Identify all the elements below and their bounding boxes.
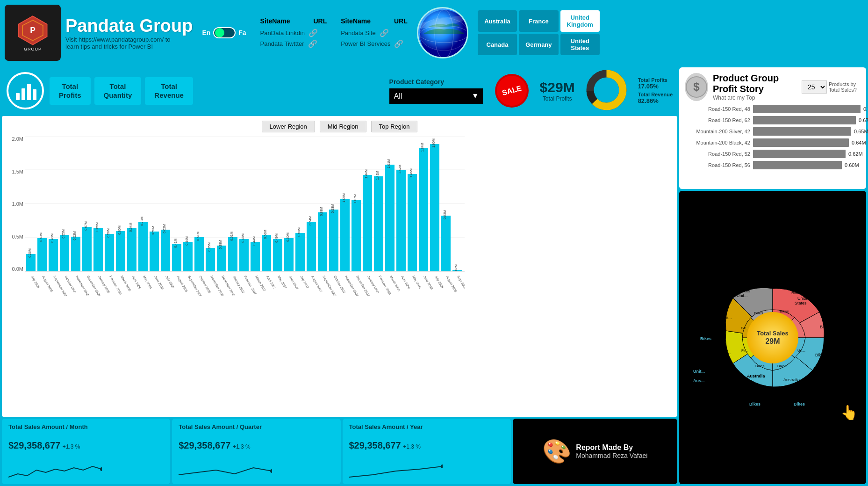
- country-australia[interactable]: Australia: [478, 10, 517, 32]
- country-united-states[interactable]: UnitedStates: [560, 34, 600, 55]
- svg-text:0.73M: 0.73M: [140, 217, 143, 226]
- svg-text:May 2008: May 2008: [411, 275, 422, 290]
- lang-en-label: En: [202, 29, 210, 36]
- svg-text:0.48M: 0.48M: [241, 233, 244, 243]
- bottom-stats: Total Sales Amount / Month $29,358,677 +…: [2, 419, 677, 484]
- kpi-btn-total-revenue[interactable]: TotalRevenue: [145, 77, 193, 105]
- stat-card-quarter: Total Sales Amount / Quarter $29,358,677…: [172, 419, 340, 484]
- svg-text:0.49M: 0.49M: [275, 233, 278, 243]
- countries-grid: Australia France UnitedKingdom Canada Ge…: [478, 10, 600, 55]
- region-btn-lower[interactable]: Lower Region: [262, 121, 315, 132]
- svg-text:March 2007: March 2007: [255, 275, 266, 292]
- svg-rect-21: [37, 238, 47, 271]
- svg-text:August 2006: August 2006: [176, 275, 188, 293]
- toggle-switch[interactable]: [213, 27, 236, 38]
- svg-rect-10: [33, 89, 36, 100]
- svg-text:Bikes: Bikes: [749, 402, 760, 406]
- svg-rect-23: [49, 239, 58, 271]
- y-label-2m: 2.0M: [7, 136, 23, 142]
- svg-rect-27: [71, 237, 80, 271]
- svg-text:Fr...: Fr...: [724, 350, 731, 355]
- lang-toggle[interactable]: En Fa: [202, 27, 246, 38]
- svg-text:June 2006: June 2006: [154, 275, 164, 290]
- country-france[interactable]: France: [519, 10, 558, 32]
- svg-text:0.51M: 0.51M: [230, 232, 233, 241]
- svg-text:April 2007: April 2007: [265, 275, 276, 290]
- logo-box: P GROUP: [5, 5, 61, 61]
- nav2-link2[interactable]: Power BI Services 🔗: [341, 39, 408, 48]
- nav1-link2[interactable]: Pandata Tiwttter 🔗: [260, 39, 327, 48]
- kpi-row: TotalProfits TotalQuantity TotalRevenue …: [2, 67, 677, 114]
- total-profits-label: Total Profits: [540, 95, 575, 102]
- sale-badge-text: SALE: [501, 84, 523, 97]
- bar-item-5-label: Road-150 Red, 52: [685, 151, 750, 157]
- product-category-wrapper: All Bikes Accessories Clothing ▼: [389, 88, 483, 104]
- region-btn-top[interactable]: Top Region: [371, 121, 418, 132]
- product-category-section: Product Category All Bikes Accessories C…: [385, 67, 488, 114]
- svg-text:0.41M: 0.41M: [174, 239, 177, 248]
- svg-rect-61: [262, 235, 271, 271]
- svg-text:1.84M: 1.84M: [421, 143, 424, 152]
- svg-rect-73: [329, 210, 338, 271]
- credit-author: Mohammad Reza Vafaei: [576, 452, 647, 459]
- svg-text:Australia: Australia: [783, 377, 800, 382]
- svg-rect-43: [161, 230, 170, 271]
- svg-text:October 2006: October 2006: [199, 275, 211, 294]
- product-profit-title-section: Product Group Profit Story What are my T…: [713, 73, 797, 101]
- nav2-link1[interactable]: Pandata Site 🔗: [341, 29, 408, 37]
- link1-icon: 🔗: [308, 29, 318, 37]
- svg-text:0.44M: 0.44M: [252, 236, 256, 246]
- nav1-link1[interactable]: PanData Linkdin 🔗: [260, 29, 327, 37]
- bar-item-2-label: Road-150 Red, 62: [685, 117, 750, 123]
- bar-item-4-label: Mountain-200 Black, 42: [685, 140, 750, 145]
- top-n-select[interactable]: 25 10 50: [802, 80, 827, 94]
- product-category-select[interactable]: All Bikes Accessories Clothing: [389, 88, 483, 104]
- svg-text:Bikes: Bikes: [755, 364, 765, 368]
- total-profits-amount: $29M: [540, 80, 575, 95]
- svg-text:Bikes: Bikes: [791, 290, 802, 295]
- stat-year-amount: $29,358,677 +1.3 %: [349, 440, 504, 451]
- paintbrush-icon: 🎨: [542, 438, 571, 465]
- svg-rect-35: [116, 231, 125, 271]
- svg-rect-65: [284, 238, 294, 271]
- y-label-0m: 0.0M: [7, 266, 23, 272]
- svg-text:Un...: Un...: [797, 348, 805, 353]
- donut-chart-large-svg: Australia Fr... Ge... Bikes Unit... Bike…: [681, 251, 864, 424]
- svg-rect-29: [82, 227, 92, 271]
- profit-display: $29M Total Profits: [540, 80, 575, 102]
- y-label-1m: 1.0M: [7, 201, 23, 207]
- donut-labels: Total Profits 17.05% Total Revenue 82.86…: [638, 77, 673, 104]
- nav2-link1-label: Pandata Site: [341, 29, 375, 36]
- svg-text:0.55M: 0.55M: [62, 229, 65, 239]
- country-canada[interactable]: Canada: [478, 34, 517, 55]
- logo-icon: P: [16, 14, 49, 47]
- kpi-icon-circle: [7, 72, 44, 109]
- svg-text:0.83M: 0.83M: [443, 210, 446, 219]
- country-united-kingdom[interactable]: UnitedKingdom: [560, 10, 600, 32]
- brand-subtitle: Visit https://www.pandatagroup.com/ to l…: [65, 36, 193, 50]
- svg-rect-89: [419, 148, 428, 271]
- svg-rect-49: [194, 237, 204, 271]
- brand-link[interactable]: https://www.pandatagroup.com/: [79, 36, 164, 43]
- credit-text-section: Report Made By Mohammad Reza Vafaei: [576, 443, 647, 459]
- bar-item-3-label: Mountain-200 Silver, 42: [685, 129, 750, 134]
- svg-text:1.52M: 1.52M: [398, 165, 402, 174]
- svg-text:0.44M: 0.44M: [185, 236, 188, 246]
- svg-text:July 2005: July 2005: [30, 275, 40, 289]
- kpi-btn-total-profits[interactable]: TotalProfits: [50, 77, 91, 105]
- bar-item-1-bar: [753, 105, 861, 113]
- bar-item-4: Mountain-200 Black, 42 0.64M: [685, 138, 868, 147]
- country-germany[interactable]: Germany: [519, 34, 558, 55]
- bar-item-2-bar: [753, 116, 856, 124]
- region-btn-mid[interactable]: Mid Region: [320, 121, 366, 132]
- svg-text:July 2007: July 2007: [299, 275, 309, 289]
- profits-pct-label: Total Profits 17.05%: [638, 77, 673, 90]
- svg-text:1.61M: 1.61M: [387, 159, 390, 168]
- svg-text:1.44M: 1.44M: [365, 169, 368, 179]
- svg-text:0.67M: 0.67M: [84, 221, 87, 231]
- coin-icon: $: [685, 75, 708, 99]
- nav2-sitename-header: SiteName: [341, 17, 371, 25]
- svg-text:February 2007: February 2007: [243, 275, 257, 296]
- kpi-btn-total-quantity[interactable]: TotalQuantity: [94, 77, 142, 105]
- bar-item-1-label: Road-150 Red, 48: [685, 106, 750, 112]
